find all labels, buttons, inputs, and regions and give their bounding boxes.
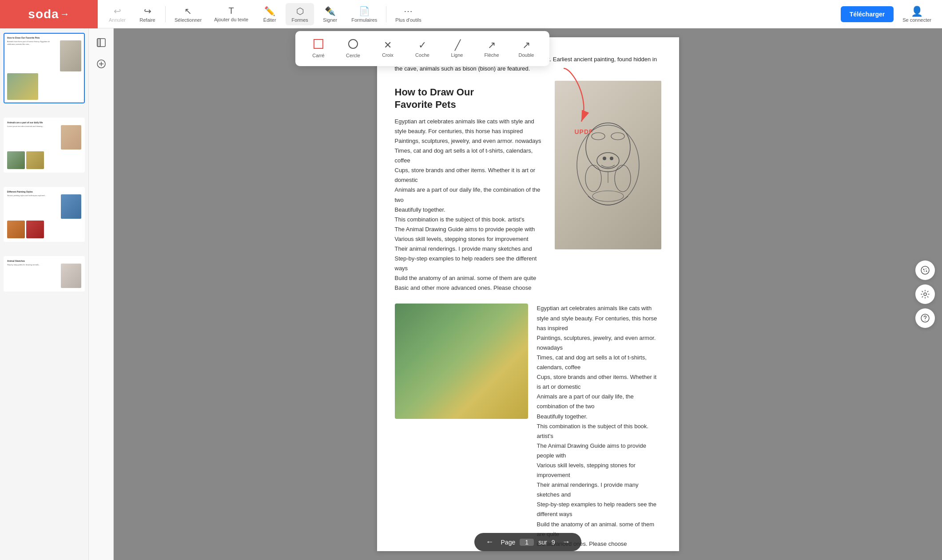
- connect-button[interactable]: 👤 Se connecter: [899, 4, 935, 24]
- edit-button[interactable]: ✏️ Éditer: [255, 3, 284, 25]
- svg-point-11: [603, 157, 606, 160]
- shape-coche[interactable]: ✓ Coche: [406, 37, 438, 60]
- svg-point-15: [592, 191, 624, 201]
- svg-point-20: [926, 271, 927, 272]
- redo-button[interactable]: ↪ Refaire: [133, 3, 162, 25]
- forms-label: Formulaires: [351, 17, 377, 23]
- forms-button[interactable]: 📄 Formulaires: [346, 3, 382, 25]
- svg-point-8: [592, 133, 605, 140]
- panel-toggle-button[interactable]: [92, 34, 110, 51]
- body-text-left: Egyptian art celebrates animals like cat…: [395, 117, 546, 293]
- shape-cercle[interactable]: Cercle: [337, 36, 369, 61]
- more-tools-label: Plus d'outils: [395, 17, 421, 23]
- cookie-button[interactable]: [915, 260, 935, 280]
- sign-icon: ✒️: [325, 6, 336, 16]
- thumbnail-1[interactable]: How to Draw Our Favorite Pets Animals ha…: [4, 33, 85, 103]
- circle-icon: [348, 39, 358, 51]
- help-icon: [920, 313, 930, 323]
- shape-coche-label: Coche: [415, 52, 429, 58]
- select-button[interactable]: ↖ Sélectionner: [169, 3, 207, 25]
- shapes-button[interactable]: ⬡ Formes: [286, 3, 314, 25]
- logo-text: soda: [28, 7, 59, 21]
- sidebar-thumbnails: How to Draw Our Favorite Pets Animals ha…: [0, 28, 89, 560]
- body-text-right: Egyptian art celebrates animals like cat…: [537, 304, 661, 548]
- edit-icon: ✏️: [264, 6, 275, 16]
- svg-point-14: [615, 165, 631, 192]
- download-button[interactable]: Télécharger: [841, 6, 894, 22]
- connect-label: Se connecter: [902, 17, 931, 23]
- cookie-icon: [920, 265, 930, 275]
- shape-fleche[interactable]: ↗ Flèche: [476, 37, 508, 60]
- shapes-row: Carré Cercle ✕ Croix ✓ Coche ╱ Ligne ↗ F…: [302, 36, 542, 61]
- cross-icon: ✕: [384, 39, 392, 51]
- flower-photo: [395, 304, 528, 419]
- line-icon: ╱: [455, 39, 460, 51]
- toolbar-separator-2: [386, 6, 386, 22]
- undo-label: Annuler: [109, 17, 126, 23]
- shape-croix[interactable]: ✕ Croix: [372, 37, 404, 60]
- main-area: How to Draw Our Favorite Pets Animals ha…: [0, 28, 942, 560]
- add-page-button[interactable]: [92, 55, 110, 73]
- shape-double-label: Double: [519, 52, 534, 58]
- square-icon: [314, 39, 323, 51]
- content-area[interactable]: UPDF Animals have been part of human his…: [114, 28, 942, 560]
- sign-label: Signer: [323, 17, 337, 23]
- shape-ligne[interactable]: ╱ Ligne: [441, 37, 473, 60]
- toolbar-separator-1: [165, 6, 166, 22]
- two-col-section: How to Draw OurFavorite Pets Egyptian ar…: [395, 81, 661, 293]
- select-icon: ↖: [184, 6, 192, 16]
- page-label: Page: [501, 539, 516, 546]
- bottom-section: Egyptian art celebrates animals like cat…: [395, 304, 661, 548]
- svg-point-12: [610, 157, 613, 160]
- help-button[interactable]: [915, 308, 935, 328]
- svg-point-21: [924, 293, 926, 296]
- shape-cercle-label: Cercle: [346, 53, 360, 58]
- right-float-buttons: [915, 260, 935, 328]
- thumbnail-2[interactable]: Animals are a part of our daily life Lor…: [4, 118, 85, 173]
- edit-label: Éditer: [263, 17, 276, 23]
- add-page-icon: [96, 59, 106, 69]
- logo-arrow: →: [60, 8, 70, 20]
- logo-area: soda →: [0, 0, 98, 28]
- updf-watermark: UPDF: [575, 128, 593, 135]
- shape-double[interactable]: ↗ Double: [510, 37, 542, 60]
- thumbnail-3[interactable]: Different Painting Styles Various painti…: [4, 187, 85, 242]
- shape-fleche-label: Flèche: [484, 52, 499, 58]
- svg-point-23: [925, 320, 926, 321]
- add-text-icon: T: [229, 6, 234, 16]
- page-separator: sur: [538, 539, 547, 546]
- shape-carre[interactable]: Carré: [302, 36, 334, 61]
- undo-button[interactable]: ↩ Annuler: [103, 3, 131, 25]
- undo-icon: ↩: [114, 6, 121, 16]
- prev-page-button[interactable]: ←: [483, 536, 497, 548]
- more-tools-button[interactable]: ⋯ Plus d'outils: [390, 3, 426, 25]
- shape-croix-label: Croix: [382, 52, 393, 58]
- double-arrow-icon: ↗: [522, 39, 530, 51]
- more-tools-icon: ⋯: [404, 6, 413, 16]
- forms-icon: 📄: [359, 6, 370, 16]
- sign-button[interactable]: ✒️ Signer: [316, 3, 344, 25]
- svg-rect-1: [97, 39, 100, 47]
- select-label: Sélectionner: [175, 17, 202, 23]
- left-column: How to Draw OurFavorite Pets Egyptian ar…: [395, 81, 546, 293]
- shape-carre-label: Carré: [312, 53, 325, 58]
- settings-button[interactable]: [915, 284, 935, 304]
- svg-point-17: [923, 269, 925, 270]
- panel-icon: [96, 38, 106, 47]
- left-toolbar: [89, 28, 114, 560]
- header-right: Télécharger 👤 Se connecter: [834, 4, 942, 24]
- pdf-page: UPDF Animals have been part of human his…: [377, 37, 679, 551]
- redo-icon: ↪: [144, 6, 151, 16]
- gear-icon: [920, 289, 930, 299]
- red-arrow-svg: [555, 64, 599, 130]
- svg-point-18: [926, 268, 926, 269]
- svg-point-9: [611, 133, 624, 140]
- page-number-input[interactable]: [520, 539, 534, 546]
- shapes-dropdown: Carré Cercle ✕ Croix ✓ Coche ╱ Ligne ↗ F…: [295, 31, 549, 66]
- thumbnail-4[interactable]: Animal Sketches Step by step guides for …: [4, 256, 85, 292]
- next-page-button[interactable]: →: [559, 536, 572, 548]
- redo-label: Refaire: [139, 17, 155, 23]
- add-text-button[interactable]: T Ajouter du texte: [209, 3, 254, 25]
- red-arrow-annotation: [555, 64, 599, 132]
- page-title: How to Draw OurFavorite Pets: [395, 86, 546, 111]
